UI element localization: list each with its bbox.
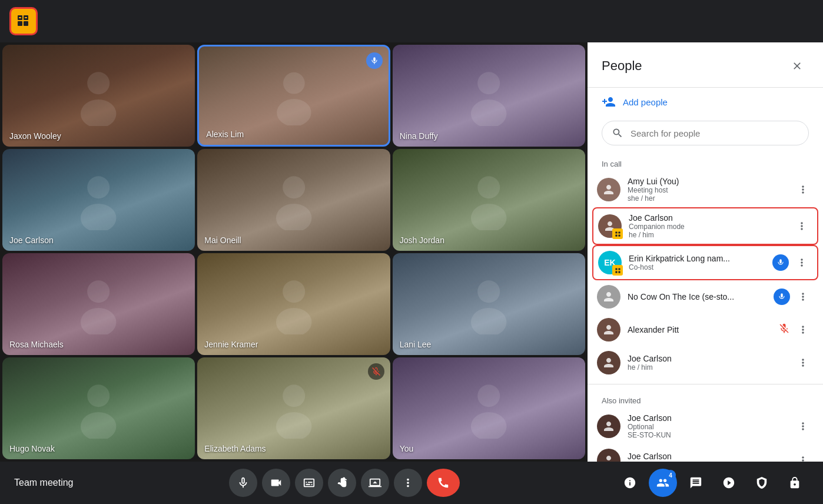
svg-point-12	[477, 72, 500, 94]
person-info-amy: Amy Lui (You) Meeting host she / her	[628, 177, 792, 203]
person-actions-joe-optional	[792, 416, 814, 437]
security-button[interactable]	[781, 469, 809, 497]
svg-point-24	[477, 280, 500, 303]
people-count-badge: 4	[665, 470, 676, 480]
video-tile-josh[interactable]: Josh Jordan	[393, 149, 585, 251]
app-icon	[9, 7, 38, 35]
person-sub2-amy: she / her	[628, 194, 792, 203]
person-item-alexander[interactable]: Alexander Pitt	[588, 313, 823, 346]
svg-point-19	[471, 204, 507, 231]
more-options-joe-carlson-1[interactable]	[791, 215, 812, 237]
video-tile-alexis[interactable]: Alexis Lim	[197, 45, 390, 147]
video-tile-rosa[interactable]: Rosa Michaels	[2, 253, 195, 355]
people-panel-button[interactable]: 4	[649, 469, 677, 497]
video-tile-jaxon[interactable]: Jaxon Wooley	[2, 45, 195, 147]
more-options-button[interactable]	[394, 469, 422, 497]
companion-badge-erin	[612, 265, 623, 276]
person-sub-amy: Meeting host	[628, 186, 792, 194]
video-tile-lani[interactable]: Lani Lee	[393, 253, 585, 355]
person-info-joe-carlson-2: Joe Carlson he / him	[628, 354, 792, 372]
meeting-title-container: Team meeting	[14, 478, 74, 488]
svg-rect-41	[618, 271, 620, 273]
svg-point-17	[276, 204, 312, 231]
video-tile-mai[interactable]: Mai Oneill	[197, 149, 390, 251]
person-actions-amy	[792, 179, 814, 200]
more-options-joe-optional[interactable]	[792, 416, 814, 437]
person-name-joe-him-invited: Joe Carlson	[628, 452, 792, 461]
video-tile-hugo[interactable]: Hugo Novak	[2, 357, 195, 459]
more-options-erin[interactable]	[791, 252, 812, 273]
info-button[interactable]	[616, 469, 644, 497]
svg-point-22	[283, 280, 305, 303]
svg-rect-38	[615, 268, 617, 270]
add-people-button[interactable]: Add people	[588, 88, 823, 116]
tile-label-josh: Josh Jordan	[400, 236, 444, 245]
person-name-alexander: Alexander Pitt	[628, 325, 778, 334]
person-item-joe-carlson-1[interactable]: Joe Carlson Companion mode he / him	[592, 207, 818, 245]
svg-rect-40	[615, 271, 617, 273]
person-sub-joe-carlson-1: Companion mode	[629, 223, 791, 231]
svg-point-23	[276, 308, 312, 335]
camera-button[interactable]	[262, 469, 290, 497]
panel-header: People	[588, 42, 823, 88]
bottom-bar: Team meeting	[0, 462, 823, 504]
svg-point-27	[81, 412, 117, 439]
more-options-no-cow[interactable]	[792, 286, 814, 307]
main-area: Jaxon Wooley Alexis Lim	[0, 42, 823, 462]
svg-point-21	[81, 308, 117, 335]
person-item-joe-optional[interactable]: Joe Carlson Optional SE-STO-KUN	[588, 409, 823, 444]
more-options-joe-carlson-2[interactable]	[792, 352, 814, 373]
panel-title: People	[602, 58, 642, 74]
person-info-joe-him-invited: Joe Carlson he / him	[628, 452, 792, 462]
muted-indicator-alexander	[778, 323, 790, 337]
search-input[interactable]	[630, 128, 799, 138]
svg-rect-3	[24, 21, 28, 26]
chat-button[interactable]	[682, 469, 710, 497]
activities-button[interactable]	[715, 469, 743, 497]
also-invited-label: Also invited	[588, 389, 823, 409]
avatar-joe-carlson-1	[598, 214, 622, 238]
raise-hand-button[interactable]	[328, 469, 356, 497]
tile-label-hugo: Hugo Novak	[9, 444, 55, 453]
person-item-erin[interactable]: EK Erin Kirkpatrick Long nam... Co-host	[592, 245, 818, 280]
svg-point-28	[283, 384, 305, 407]
person-item-no-cow[interactable]: No Cow On The Ice (se-sto...	[588, 280, 823, 313]
svg-point-8	[283, 72, 305, 94]
more-options-joe-him-invited[interactable]	[792, 450, 814, 462]
end-call-button[interactable]	[427, 469, 460, 497]
person-info-joe-optional: Joe Carlson Optional SE-STO-KUN	[628, 413, 792, 439]
mic-button[interactable]	[229, 469, 257, 497]
svg-point-18	[477, 176, 500, 198]
person-item-amy[interactable]: Amy Lui (You) Meeting host she / her	[588, 172, 823, 207]
video-tile-nina[interactable]: Nina Duffy	[393, 45, 585, 147]
tile-label-jaxon: Jaxon Wooley	[9, 131, 61, 141]
avatar-no-cow	[597, 285, 620, 309]
svg-point-15	[81, 204, 117, 231]
svg-rect-10	[373, 57, 376, 61]
person-sub2-joe-carlson-1: he / him	[629, 231, 791, 239]
svg-point-6	[88, 72, 110, 94]
person-name-erin: Erin Kirkpatrick Long nam...	[629, 254, 772, 263]
present-button[interactable]	[361, 469, 389, 497]
people-panel: People Add people	[588, 42, 823, 462]
captions-button[interactable]	[295, 469, 323, 497]
person-item-joe-him-invited[interactable]: Joe Carlson he / him	[588, 444, 823, 462]
video-tile-jennie[interactable]: Jennie Kramer	[197, 253, 390, 355]
panel-close-button[interactable]	[785, 54, 809, 78]
video-grid: Jaxon Wooley Alexis Lim	[0, 42, 588, 462]
svg-point-29	[276, 412, 312, 439]
person-name-joe-carlson-1: Joe Carlson	[629, 213, 791, 223]
person-actions-joe-him-invited	[792, 450, 814, 462]
video-tile-joe[interactable]: Joe Carlson	[2, 149, 195, 251]
person-info-erin: Erin Kirkpatrick Long nam... Co-host	[629, 254, 772, 271]
person-info-alexander: Alexander Pitt	[628, 325, 778, 334]
person-actions-erin	[772, 252, 812, 273]
video-tile-elizabeth[interactable]: Elizabeth Adams	[197, 357, 390, 459]
video-tile-you[interactable]: You	[393, 357, 585, 459]
tile-label-joe: Joe Carlson	[9, 236, 54, 245]
more-options-alexander[interactable]	[792, 319, 814, 340]
avatar-joe-him-invited	[597, 449, 620, 462]
more-options-amy[interactable]	[792, 179, 814, 200]
host-controls-button[interactable]	[748, 469, 776, 497]
person-item-joe-carlson-2[interactable]: Joe Carlson he / him	[588, 346, 823, 379]
